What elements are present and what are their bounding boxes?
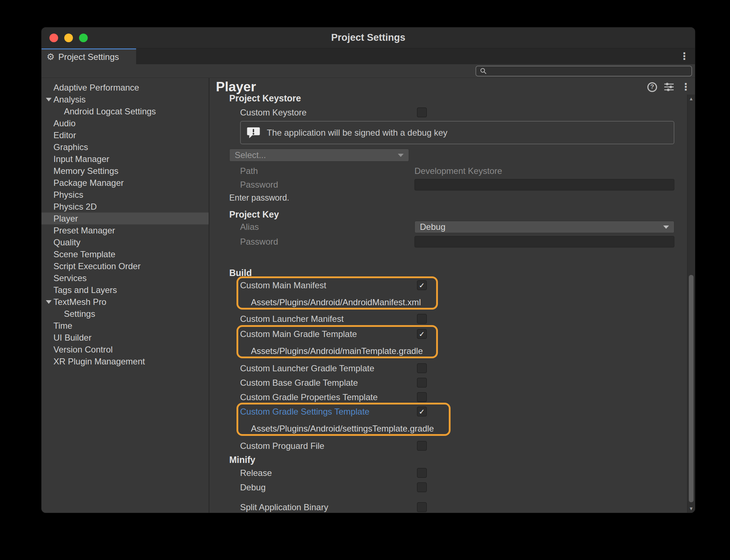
close-window-button[interactable] xyxy=(49,34,58,42)
sidebar-item-label: XR Plugin Management xyxy=(53,356,145,367)
sidebar-item-player[interactable]: Player xyxy=(42,213,209,224)
sidebar-item-scene-template[interactable]: Scene Template xyxy=(42,248,209,260)
content-area: Adaptive Performance Analysis Android Lo… xyxy=(42,78,695,513)
vertical-scrollbar[interactable]: ▲ ▼ xyxy=(687,95,695,513)
sidebar-item-textmesh-pro[interactable]: TextMesh Pro xyxy=(42,296,209,308)
foldout-open-icon[interactable] xyxy=(46,98,52,101)
sidebar-item-label: Version Control xyxy=(53,345,113,355)
project-settings-window: Project Settings ⚙ Project Settings ⋮ Ad… xyxy=(42,27,695,513)
sidebar-item-label: Android Logcat Settings xyxy=(64,106,156,117)
dropdown-arrow-icon xyxy=(398,154,404,157)
sidebar-item-label: Editor xyxy=(53,130,76,140)
sidebar-item-quality[interactable]: Quality xyxy=(42,236,209,248)
panel-header: Player ? xyxy=(209,78,695,96)
sidebar-item-label: TextMesh Pro xyxy=(53,297,107,307)
alias-dropdown[interactable]: Debug xyxy=(414,221,674,233)
sidebar-item-time[interactable]: Time xyxy=(42,320,209,332)
scroll-down-arrow-icon[interactable]: ▼ xyxy=(687,506,695,511)
sidebar-item-label: Package Manager xyxy=(53,178,124,188)
sidebar-item-input-manager[interactable]: Input Manager xyxy=(42,153,209,165)
sidebar-item-textmesh-pro-settings[interactable]: Settings xyxy=(42,308,209,320)
panel-menu-kebab-icon[interactable]: ⋮ xyxy=(681,82,691,92)
setting-row-custom-keystore: Custom Keystore xyxy=(209,107,687,118)
sidebar-item-label: Physics xyxy=(53,190,83,200)
sidebar-item-label: UI Builder xyxy=(53,333,91,343)
sidebar-item-analysis[interactable]: Analysis xyxy=(42,93,209,105)
enter-password-hint-row: Enter password. xyxy=(209,192,687,204)
sidebar-item-ui-builder[interactable]: UI Builder xyxy=(42,332,209,344)
keystore-password-field[interactable] xyxy=(414,179,674,191)
sidebar-item-label: Settings xyxy=(64,309,95,319)
custom-base-gradle-template-checkbox[interactable] xyxy=(417,378,427,388)
setting-row-keystore-path: Path Development Keystore xyxy=(209,165,687,177)
section-header-build: Build xyxy=(209,267,687,279)
keystore-path-value: Development Keystore xyxy=(414,166,502,176)
sidebar-item-xr-plugin-management[interactable]: XR Plugin Management xyxy=(42,355,209,367)
page-title: Player xyxy=(216,79,647,95)
sidebar-item-label: Adaptive Performance xyxy=(53,83,139,93)
tab-bar: ⚙ Project Settings ⋮ xyxy=(42,48,695,64)
sidebar-item-editor[interactable]: Editor xyxy=(42,129,209,141)
split-application-binary-checkbox[interactable] xyxy=(417,502,427,512)
setting-row-custom-gradle-settings-template: Custom Gradle Settings Template ✓ xyxy=(209,406,687,417)
sidebar-item-label: Graphics xyxy=(53,142,88,152)
traffic-lights xyxy=(49,27,88,48)
scroll-up-arrow-icon[interactable]: ▲ xyxy=(687,96,695,101)
sidebar-item-label: Services xyxy=(53,273,87,283)
sidebar-item-label: Physics 2D xyxy=(53,202,97,212)
custom-keystore-checkbox[interactable] xyxy=(417,108,427,117)
search-input[interactable] xyxy=(490,67,688,75)
tab-menu-kebab-icon[interactable]: ⋮ xyxy=(679,48,689,64)
sidebar-item-physics-2d[interactable]: Physics 2D xyxy=(42,201,209,213)
sidebar-item-label: Time xyxy=(53,321,72,331)
sidebar-item-label: Quality xyxy=(53,237,81,248)
setting-row-split-application-binary: Split Application Binary xyxy=(209,502,687,513)
keystore-info-text: The application will be signed with a de… xyxy=(267,128,447,138)
sidebar-item-tags-and-layers[interactable]: Tags and Layers xyxy=(42,284,209,296)
setting-row-custom-proguard-file: Custom Proguard File xyxy=(209,440,687,452)
setting-row-minify-debug: Debug xyxy=(209,482,687,493)
presets-icon[interactable] xyxy=(664,82,674,92)
window-titlebar: Project Settings xyxy=(42,27,695,48)
custom-main-manifest-checkbox[interactable]: ✓ xyxy=(417,280,427,290)
setting-row-custom-main-gradle-template: Custom Main Gradle Template ✓ xyxy=(209,328,687,340)
minimize-window-button[interactable] xyxy=(64,34,73,42)
search-toolbar xyxy=(42,64,695,78)
key-password-field[interactable] xyxy=(414,236,674,248)
custom-launcher-gradle-template-checkbox[interactable] xyxy=(417,363,427,373)
custom-proguard-file-checkbox[interactable] xyxy=(417,441,427,451)
setting-row-custom-launcher-gradle-template: Custom Launcher Gradle Template xyxy=(209,363,687,374)
custom-launcher-manifest-checkbox[interactable] xyxy=(417,314,427,324)
sidebar-item-adaptive-performance[interactable]: Adaptive Performance xyxy=(42,82,209,93)
sidebar-item-package-manager[interactable]: Package Manager xyxy=(42,177,209,189)
custom-main-gradle-template-checkbox[interactable]: ✓ xyxy=(417,329,427,339)
tab-label: Project Settings xyxy=(58,52,119,62)
sidebar-item-graphics[interactable]: Graphics xyxy=(42,141,209,153)
custom-gradle-settings-template-checkbox[interactable]: ✓ xyxy=(417,407,427,416)
sidebar-item-audio[interactable]: Audio xyxy=(42,117,209,129)
search-icon xyxy=(480,67,487,75)
tab-project-settings[interactable]: ⚙ Project Settings xyxy=(42,48,136,64)
custom-gradle-properties-template-checkbox[interactable] xyxy=(417,392,427,402)
foldout-open-icon[interactable] xyxy=(46,300,52,304)
minify-debug-checkbox[interactable] xyxy=(417,482,427,492)
sidebar-item-preset-manager[interactable]: Preset Manager xyxy=(42,224,209,236)
custom-gradle-settings-template-path: Assets/Plugins/Android/settingsTemplate.… xyxy=(251,424,434,434)
keystore-select-dropdown[interactable]: Select... xyxy=(229,149,409,162)
scrollbar-thumb[interactable] xyxy=(689,275,694,502)
sidebar-item-android-logcat-settings[interactable]: Android Logcat Settings xyxy=(42,105,209,117)
help-icon[interactable]: ? xyxy=(647,82,657,92)
zoom-window-button[interactable] xyxy=(79,34,88,42)
search-box[interactable] xyxy=(475,66,692,76)
section-header-project-key: Project Key xyxy=(209,209,687,220)
sidebar-item-services[interactable]: Services xyxy=(42,272,209,284)
sidebar-item-version-control[interactable]: Version Control xyxy=(42,344,209,355)
sidebar-item-label: Player xyxy=(53,214,78,224)
settings-scroll-area: Project Keystore Custom Keystore The app… xyxy=(209,95,687,513)
section-header-minify: Minify xyxy=(209,454,687,465)
minify-release-checkbox[interactable] xyxy=(417,468,427,478)
sidebar-item-physics[interactable]: Physics xyxy=(42,189,209,201)
sidebar-item-memory-settings[interactable]: Memory Settings xyxy=(42,165,209,177)
path-row-custom-main-manifest: Assets/Plugins/Android/AndroidManifest.x… xyxy=(209,297,687,308)
sidebar-item-script-execution-order[interactable]: Script Execution Order xyxy=(42,260,209,272)
